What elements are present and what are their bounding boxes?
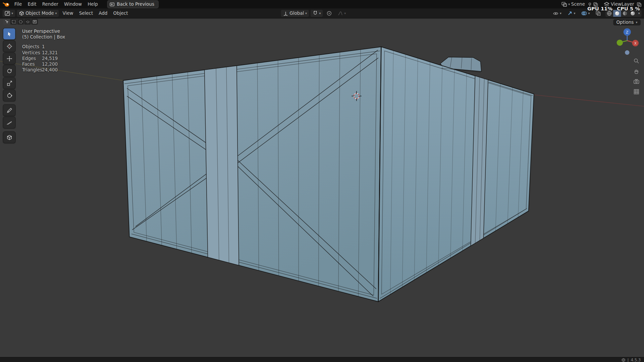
annotate-tool[interactable] (3, 105, 15, 116)
gizmo-y-axis-ball (617, 40, 623, 46)
stat-label: Triangles (22, 67, 42, 72)
options-label: Options (616, 20, 634, 25)
breadcrumb: (5) Collection | Box (22, 35, 65, 40)
chevron-down-icon: ▾ (55, 12, 57, 15)
eye-icon (553, 11, 558, 16)
stat-row: Faces 12,200 (22, 61, 65, 67)
stat-label: Edges (22, 56, 42, 61)
stat-row: Vertices 12,321 (22, 50, 65, 55)
chevron-down-icon: ▾ (319, 12, 321, 15)
select-tweak-button[interactable] (3, 19, 10, 24)
pan-hand-button[interactable] (631, 67, 641, 76)
scene-selector[interactable]: ▾ Scene (560, 1, 587, 7)
menu-render[interactable]: Render (39, 1, 61, 8)
proportional-editing-toggle[interactable] (325, 10, 334, 17)
zoom-button[interactable] (631, 57, 641, 65)
chevron-down-icon: ▾ (568, 3, 570, 6)
gizmo-z-label: Z (626, 30, 629, 35)
menu-edit[interactable]: Edit (25, 1, 39, 8)
proportional-falloff-dropdown[interactable]: ▾ (336, 10, 348, 17)
stat-value: 1 (42, 44, 45, 50)
falloff-curve-icon (338, 11, 343, 16)
object-mode-icon (19, 11, 24, 16)
network-icon[interactable] (621, 358, 625, 362)
stat-value: 12,321 (42, 50, 58, 55)
viewport-header: ▾ Object Mode ▾ View Select Add Object G… (0, 9, 644, 18)
transform-orientation-selector[interactable]: Global ▾ (281, 10, 309, 17)
view-perspective-label: User Perspective (22, 29, 65, 34)
chevron-down-icon: ▾ (588, 12, 590, 15)
snap-toggle[interactable]: ▾ (311, 10, 323, 17)
add-cube-tool[interactable] (3, 132, 15, 143)
stat-label: Faces (22, 61, 42, 67)
back-to-previous-label: Back to Previous (117, 2, 154, 7)
select-mode-extra-button[interactable] (31, 19, 38, 24)
viewport-3d[interactable] (0, 0, 644, 362)
stat-row: Edges 24,519 (22, 55, 65, 61)
scene-icon (561, 2, 567, 7)
rotate-tool[interactable] (3, 65, 15, 76)
scene-name: Scene (571, 2, 585, 7)
overlays-icon (581, 11, 587, 16)
select-box-tool[interactable] (3, 28, 15, 39)
gizmos-dropdown[interactable]: ▾ (565, 10, 578, 17)
chevron-down-icon: ▾ (636, 21, 637, 24)
chevron-down-icon: ▾ (11, 12, 13, 15)
menu-help[interactable]: Help (85, 1, 101, 8)
tool-fallback-strip (3, 19, 38, 24)
orientation-axes-icon (283, 11, 288, 16)
stat-label: Vertices (22, 50, 42, 55)
chevron-down-icon: ▾ (344, 12, 346, 15)
options-button[interactable]: Options ▾ (613, 19, 641, 25)
status-bar: | 4.5.3 (0, 357, 644, 362)
topbar: File Edit Render Window Help Back to Pre… (0, 0, 644, 9)
toggle-ortho-button[interactable] (631, 87, 641, 96)
cursor-tool[interactable] (3, 41, 15, 52)
scale-tool[interactable] (3, 77, 15, 88)
gizmo-axes: Z X (617, 28, 639, 55)
stat-value: 24,519 (42, 56, 58, 61)
crate-right-face (378, 47, 534, 302)
chevron-down-icon: ▾ (574, 12, 576, 15)
stat-label: Objects (22, 44, 42, 50)
stat-value: 12,200 (42, 61, 58, 67)
gizmo-x-label: X (634, 41, 637, 45)
camera-view-button[interactable] (631, 77, 641, 86)
stat-value: 24,400 (42, 67, 58, 72)
gizmo-arrow-icon (567, 11, 573, 16)
menu-view[interactable]: View (60, 10, 76, 17)
back-to-previous-button[interactable]: Back to Previous (107, 0, 158, 8)
editor-type-button[interactable]: ▾ (2, 10, 15, 17)
magnet-icon (313, 11, 318, 16)
select-box-button[interactable] (10, 19, 17, 24)
viewport-nav-controls (631, 57, 641, 96)
blender-menu-button[interactable] (0, 1, 11, 7)
status-divider: | (628, 358, 629, 362)
stat-row: Triangles 24,400 (22, 67, 65, 73)
menu-select[interactable]: Select (76, 10, 96, 17)
select-circle-button[interactable] (17, 19, 24, 24)
menu-object[interactable]: Object (110, 10, 131, 17)
mode-selector[interactable]: Object Mode ▾ (17, 10, 59, 17)
move-tool[interactable] (3, 53, 15, 64)
measure-tool[interactable] (3, 117, 15, 128)
stat-row: Objects 1 (22, 44, 65, 50)
crate-strap-left (205, 66, 239, 265)
select-lasso-button[interactable] (24, 19, 31, 24)
blender-logo-icon (2, 1, 10, 7)
chevron-down-icon: ▾ (560, 12, 561, 15)
chevron-down-icon[interactable]: ▾ (637, 12, 642, 15)
transform-tool[interactable] (3, 90, 15, 101)
blender-window: File Edit Render Window Help Back to Pre… (0, 0, 644, 362)
proportional-editing-icon (327, 11, 332, 16)
menu-window[interactable]: Window (61, 1, 85, 8)
crate-mesh[interactable] (123, 47, 534, 302)
menu-add[interactable]: Add (96, 10, 110, 17)
navigation-gizmo[interactable]: Z X (612, 26, 643, 57)
gizmo-negz-axis-ball (625, 50, 629, 55)
visibility-dropdown[interactable]: ▾ (551, 10, 564, 17)
tool-shelf (3, 28, 15, 143)
version-label: 4.5.3 (631, 358, 641, 362)
menu-file[interactable]: File (11, 1, 25, 8)
scene-statistics: Objects 1 Vertices 12,321 Edges 24,519 F… (22, 44, 65, 73)
